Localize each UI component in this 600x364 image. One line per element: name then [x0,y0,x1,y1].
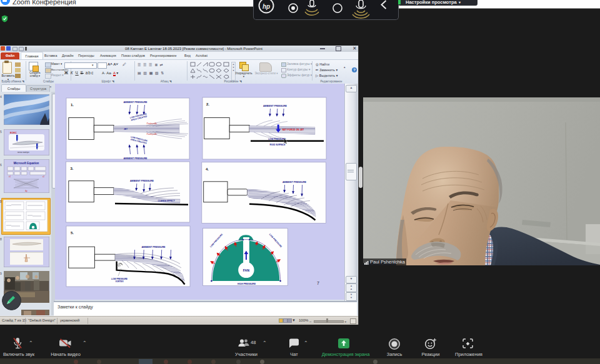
svg-text:RIGID SURFACE: RIGID SURFACE [270,144,286,146]
svg-text:AMBIENT PRESSURE: AMBIENT PRESSURE [123,157,148,160]
svg-text:Microsoft Equation: Microsoft Equation [14,162,39,165]
svg-text:Повітря/Air: Повітря/Air [147,133,158,135]
svg-text:FAN: FAN [243,268,250,272]
svg-text:JET: JET [124,128,128,130]
svg-text:4.: 4. [206,167,209,171]
svg-text:AMBIENT PRESSURE: AMBIENT PRESSURE [130,180,154,182]
svg-text:AMBIENT PRESSURE: AMBIENT PRESSURE [282,181,307,184]
svg-text:7: 7 [317,281,319,285]
svg-text:AMBIENT PRESSURE: AMBIENT PRESSURE [123,101,148,104]
svg-text:КОКС: КОКС [10,131,17,134]
svg-text:AMBIENT PRESSURE: AMBIENT PRESSURE [141,246,166,248]
svg-text:2.: 2. [206,102,209,106]
svg-text:hp: hp [262,3,270,10]
svg-text:NET FORCE ON JET: NET FORCE ON JET [282,129,305,131]
svg-text:поток повітря: поток повітря [18,151,29,154]
svg-text:3.: 3. [71,167,74,170]
svg-text:v1: v1 [9,175,11,178]
svg-text:HIGH PRESSURE: HIGH PRESSURE [238,283,256,285]
svg-text:COANDA EFFECT: COANDA EFFECT [158,200,174,202]
svg-text:v2: v2 [42,175,44,178]
svg-text:VORTEX: VORTEX [115,280,124,283]
svg-text:1.: 1. [71,103,74,107]
svg-text:5.: 5. [71,231,74,235]
svg-text:Δp: Δp [25,190,28,192]
svg-text:AMBIENT PRESSURE: AMBIENT PRESSURE [263,105,288,107]
